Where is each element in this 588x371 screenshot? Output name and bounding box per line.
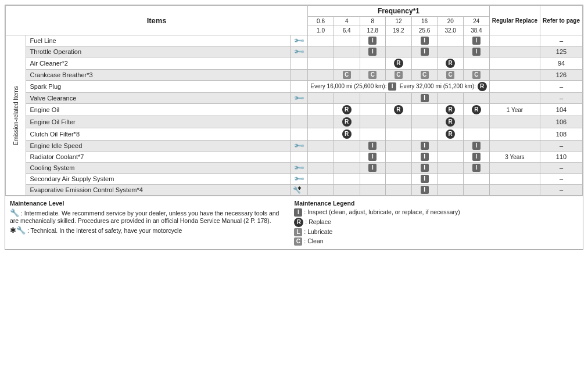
badge-inspect: I: [421, 142, 429, 150]
item-name: Engine Oil: [26, 104, 291, 116]
cell-1-6: I: [464, 46, 490, 57]
maintenance-level-section: Maintenance Level 🔧 : Intermediate. We r…: [10, 200, 282, 246]
cell-11-2: I: [360, 163, 386, 174]
cell-10-4: I: [411, 152, 438, 163]
cell-0-0: [308, 35, 334, 46]
badge-inspect: I: [421, 37, 429, 45]
page-cell: –: [540, 81, 583, 93]
footer: Maintenance Level 🔧 : Intermediate. We r…: [5, 196, 583, 249]
cell-10-6: I: [464, 152, 490, 163]
badge-replace: R: [446, 117, 455, 127]
page-cell: 125: [540, 46, 583, 57]
cell-1-2: I: [360, 46, 386, 57]
page-cell: –: [540, 163, 583, 174]
page-cell: 104: [540, 104, 583, 116]
table-row: Valve Clearance🔧I–: [6, 93, 583, 104]
cell-6-0: [308, 104, 334, 116]
cell-10-5: [438, 152, 464, 163]
col-header-0-km: 1.0: [308, 26, 334, 35]
cell-2-1: [334, 57, 360, 70]
wrench-icon: 🔧: [293, 92, 305, 105]
maintenance-legend-title: Maintenance Legend: [294, 200, 354, 207]
cell-0-1: [334, 35, 360, 46]
cell-13-0: [308, 185, 334, 196]
item-icon: [291, 152, 308, 163]
cell-8-5: R: [438, 128, 464, 141]
cell-7-0: [308, 116, 334, 128]
badge-i-legend: I: [294, 208, 302, 217]
item-icon: [291, 116, 308, 128]
page-cell: 108: [540, 128, 583, 141]
page-cell: 110: [540, 152, 583, 163]
item-icon: 🔧: [291, 46, 308, 57]
table-row: Engine Idle Speed🔧III–: [6, 141, 583, 152]
item-name: Valve Clearance: [26, 93, 291, 104]
item-icon: [291, 81, 308, 93]
cell-7-3: [386, 116, 412, 128]
cell-1-3: [386, 46, 412, 57]
badge-clean: C: [446, 71, 454, 79]
cell-9-0: [308, 141, 334, 152]
col-header-1-km: 6.4: [334, 26, 360, 35]
cell-11-4: I: [411, 163, 438, 174]
item-name: Fuel Line: [26, 35, 291, 46]
badge-replace: R: [342, 129, 352, 139]
cell-8-2: [360, 128, 386, 141]
badge-inspect: I: [421, 94, 429, 102]
item-icon: [291, 70, 308, 81]
item-icon: 🔧: [291, 93, 308, 104]
regular-replace-cell: [489, 81, 540, 93]
cell-12-6: [464, 174, 490, 185]
cell-11-6: I: [464, 163, 490, 174]
page-cell: 126: [540, 70, 583, 81]
col-header-2-km: 12.8: [360, 26, 386, 35]
regular-replace-header: Regular Replace: [489, 6, 540, 35]
regular-replace-cell: [489, 35, 540, 46]
badge-inspect: I: [472, 142, 481, 150]
page-cell: –: [540, 141, 583, 152]
wrench-symbol: 🔧: [10, 208, 19, 217]
cell-7-1: R: [334, 116, 360, 128]
badge-replace: R: [342, 105, 352, 114]
col-header-4-km: 25.6: [411, 26, 438, 35]
item-name: Engine Idle Speed: [26, 141, 291, 152]
badge-clean: C: [472, 71, 481, 79]
cell-8-1: R: [334, 128, 360, 141]
page-cell: –: [540, 185, 583, 196]
regular-replace-cell: [489, 116, 540, 128]
cell-8-6: [464, 128, 490, 141]
col-header-4-mi: 16: [411, 17, 438, 26]
col-header-1-mi: 4: [334, 17, 360, 26]
badge-replace: R: [472, 105, 481, 114]
cell-10-1: [334, 152, 360, 163]
cell-13-5: [438, 185, 464, 196]
badge-inspect: I: [421, 153, 429, 161]
page-cell: 106: [540, 116, 583, 128]
regular-replace-cell: [489, 70, 540, 81]
badge-inspect: I: [472, 48, 481, 56]
page-cell: –: [540, 93, 583, 104]
col-header-6-km: 38.4: [464, 26, 490, 35]
spark-plug-cell: Every 16,000 mi (25,600 km): I Every 32,…: [308, 81, 489, 93]
cell-9-6: I: [464, 141, 490, 152]
table-row: Emission-related ItemsFuel Line🔧III–: [6, 35, 583, 46]
table-row: Radiator Coolant*7III3 Years110: [6, 152, 583, 163]
badge-r-legend: R: [294, 218, 303, 227]
tech-symbol: ✱🔧: [10, 226, 26, 235]
badge-replace: R: [342, 117, 352, 127]
cell-7-5: R: [438, 116, 464, 128]
cell-2-6: [464, 57, 490, 70]
item-name: Air Cleaner*2: [26, 57, 291, 70]
cell-11-5: [438, 163, 464, 174]
cell-9-5: [438, 141, 464, 152]
cell-3-3: C: [386, 70, 412, 81]
badge-inspect: I: [421, 48, 429, 56]
cell-3-4: C: [411, 70, 438, 81]
cell-5-5: [438, 93, 464, 104]
cell-10-0: [308, 152, 334, 163]
badge-clean: C: [343, 71, 351, 79]
cell-6-4: [411, 104, 438, 116]
cell-12-5: [438, 174, 464, 185]
badge-replace: R: [394, 105, 403, 114]
cell-9-2: I: [360, 141, 386, 152]
